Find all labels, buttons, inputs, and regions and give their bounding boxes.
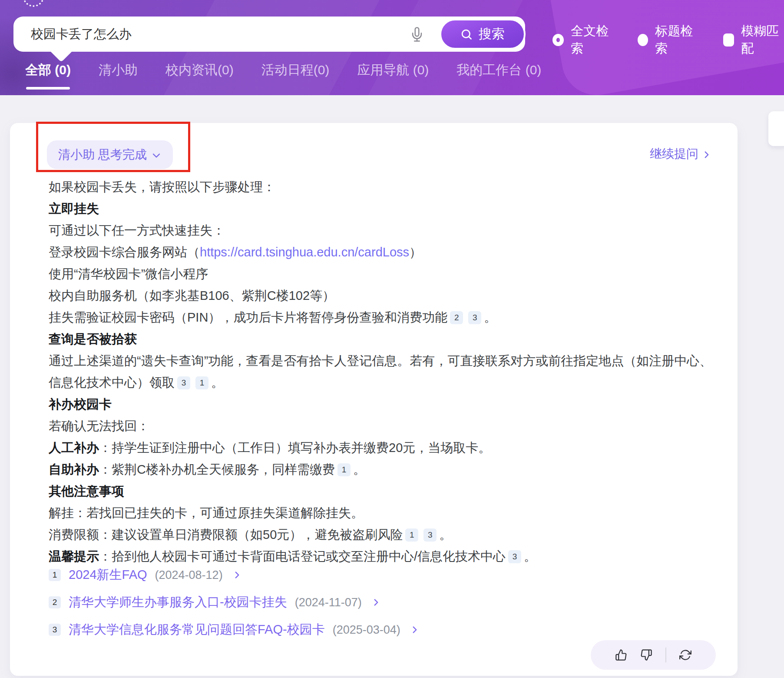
text-segment: 解挂：若找回已挂失的卡，可通过原挂失渠道解除挂失。: [49, 506, 364, 520]
feedback-divider: [665, 648, 666, 662]
answer-card: 清小助 思考完成 继续提问 如果校园卡丢失，请按照以下步骤处理：立即挂失可通过以…: [10, 123, 738, 676]
citation-badge[interactable]: 1: [195, 376, 208, 389]
bold-text: 补办校园卡: [49, 397, 112, 411]
citation-badge[interactable]: 3: [177, 376, 190, 389]
tab-6[interactable]: 我的工作台 (0): [457, 61, 541, 90]
citation-badge[interactable]: 2: [450, 311, 463, 324]
search-option-label: 模糊匹配: [741, 23, 784, 57]
answer-paragraph: 挂失需验证校园卡密码（PIN），成功后卡片将暂停身份查验和消费功能23。: [49, 306, 713, 328]
thumbs-up-icon[interactable]: [615, 649, 627, 661]
thumbs-down-icon[interactable]: [640, 649, 652, 661]
text-segment: ：拾到他人校园卡可通过卡背面电话登记或交至注册中心/信息化技术中心: [99, 549, 506, 563]
tab-label: 我的工作台 (0): [457, 63, 541, 77]
text-segment: 通过上述渠道的“遗失卡查询”功能，查看是否有拾卡人登记信息。若有，可直接联系对方…: [49, 354, 712, 389]
text-segment: 可通过以下任一方式快速挂失：: [49, 223, 225, 237]
answer-paragraph: 若确认无法找回：: [49, 415, 713, 437]
citation-badge[interactable]: 3: [508, 550, 521, 563]
source-row[interactable]: 3清华大学信息化服务常见问题回答FAQ-校园卡(2025-03-04): [49, 622, 420, 638]
text-segment: 。: [524, 549, 536, 563]
source-number-badge: 1: [49, 569, 61, 581]
chevron-down-icon: [151, 150, 162, 161]
tab-1[interactable]: 全部 (0): [25, 61, 71, 90]
text-segment: 若确认无法找回：: [49, 419, 149, 433]
tab-label: 全部 (0): [25, 63, 71, 77]
search-options: 全文检索标题检索模糊匹配: [552, 23, 784, 57]
search-button-label: 搜索: [479, 25, 505, 43]
continue-question-label: 继续提问: [650, 146, 698, 162]
source-list: 12024新生FAQ(2024-08-12)2清华大学师生办事服务入口-校园卡挂…: [49, 567, 420, 638]
text-segment: 。: [353, 462, 366, 476]
tabs: 全部 (0)清小助校内资讯(0)活动日程(0)应用导航 (0)我的工作台 (0): [25, 61, 541, 90]
citation-badge[interactable]: 3: [468, 311, 481, 324]
refresh-icon[interactable]: [679, 649, 691, 661]
chevron-right-icon: [232, 570, 242, 580]
source-number-badge: 2: [49, 596, 61, 608]
answer-paragraph: 解挂：若找回已挂失的卡，可通过原挂失渠道解除挂失。: [49, 502, 713, 524]
citation-badge[interactable]: 1: [405, 528, 418, 542]
source-link[interactable]: 清华大学师生办事服务入口-校园卡挂失: [69, 594, 287, 611]
source-date: (2024-08-12): [155, 568, 223, 582]
assistant-status-label: 清小助 思考完成: [58, 146, 147, 163]
tab-label: 清小助: [99, 63, 138, 77]
text-segment: 登录校园卡综合服务网站（: [49, 245, 200, 259]
text-segment: ：紫荆C楼补办机全天候服务，同样需缴费: [99, 462, 335, 476]
source-link[interactable]: 2024新生FAQ: [69, 566, 147, 584]
source-date: (2025-03-04): [333, 623, 400, 637]
source-row[interactable]: 2清华大学师生办事服务入口-校园卡挂失(2024-11-07): [49, 595, 420, 610]
text-segment: 。: [484, 310, 496, 324]
source-link[interactable]: 清华大学信息化服务常见问题回答FAQ-校园卡: [69, 621, 325, 638]
bold-text: 立即挂失: [49, 202, 99, 216]
search-option-label: 标题检索: [655, 23, 698, 57]
text-segment: 。: [211, 376, 224, 389]
tab-label: 应用导航 (0): [357, 63, 429, 77]
search-input[interactable]: [13, 17, 422, 52]
chevron-right-icon: [410, 625, 420, 635]
text-segment: 。: [439, 528, 452, 542]
answer-paragraph: 立即挂失: [49, 198, 713, 219]
radio-icon[interactable]: [638, 34, 648, 46]
answer-paragraph: 温馨提示：拾到他人校园卡可通过卡背面电话登记或交至注册中心/信息化技术中心3。: [49, 545, 713, 567]
answer-body: 如果校园卡丢失，请按照以下步骤处理：立即挂失可通过以下任一方式快速挂失：登录校园…: [49, 176, 713, 567]
source-date: (2024-11-07): [295, 596, 362, 609]
search-button[interactable]: 搜索: [440, 19, 526, 50]
text-segment: 挂失需验证校园卡密码（PIN），成功后卡片将暂停身份查验和消费功能: [49, 310, 447, 324]
answer-paragraph: 可通过以下任一方式快速挂失：: [49, 219, 713, 241]
checkbox-icon[interactable]: [723, 33, 734, 47]
answer-paragraph: 通过上述渠道的“遗失卡查询”功能，查看是否有拾卡人登记信息。若有，可直接联系对方…: [49, 350, 713, 393]
microphone-icon[interactable]: [410, 27, 424, 42]
answer-paragraph: 自助补办：紫荆C楼补办机全天候服务，同样需缴费1。: [49, 459, 713, 480]
tab-4[interactable]: 活动日程(0): [261, 61, 330, 90]
text-segment: 消费限额：建议设置单日消费限额（如50元），避免被盗刷风险: [49, 528, 403, 542]
search-option-2[interactable]: 标题检索: [638, 23, 698, 57]
continue-question-link[interactable]: 继续提问: [650, 146, 711, 162]
bold-text: 其他注意事项: [49, 484, 124, 498]
search-option-1[interactable]: 全文检索: [552, 23, 612, 57]
bold-text: 温馨提示: [49, 549, 99, 563]
page: 搜索 全文检索标题检索模糊匹配 全部 (0)清小助校内资讯(0)活动日程(0)应…: [0, 0, 784, 678]
bold-text: 查询是否被拾获: [49, 332, 137, 346]
search-bar: 搜索: [13, 17, 525, 52]
tab-3[interactable]: 校内资讯(0): [165, 61, 234, 90]
search-option-label: 全文检索: [571, 23, 612, 57]
radio-icon[interactable]: [552, 34, 564, 46]
floating-widget-edge[interactable]: [768, 111, 784, 146]
citation-badge[interactable]: 1: [337, 463, 351, 476]
tab-5[interactable]: 应用导航 (0): [357, 61, 429, 90]
answer-paragraph: 人工补办：持学生证到注册中心（工作日）填写补办表并缴费20元，当场取卡。: [49, 437, 713, 459]
bold-text: 人工补办: [49, 441, 99, 455]
search-option-3[interactable]: 模糊匹配: [723, 23, 784, 57]
tab-2[interactable]: 清小助: [99, 61, 138, 90]
source-row[interactable]: 12024新生FAQ(2024-08-12): [49, 567, 420, 583]
citation-badge[interactable]: 3: [423, 528, 437, 542]
text-segment: 使用“清华校园卡”微信小程序: [49, 267, 208, 281]
answer-paragraph: 使用“清华校园卡”微信小程序: [49, 263, 713, 285]
chevron-right-icon: [702, 150, 711, 160]
inline-link[interactable]: https://card.tsinghua.edu.cn/cardLoss: [200, 245, 409, 259]
text-segment: 校内自助服务机（如李兆基B106、紫荆C楼102等）: [49, 289, 335, 302]
answer-paragraph: 查询是否被拾获: [49, 328, 713, 350]
text-segment: ）: [409, 245, 422, 259]
answer-paragraph: 登录校园卡综合服务网站（https://card.tsinghua.edu.cn…: [49, 241, 713, 263]
assistant-status-chip[interactable]: 清小助 思考完成: [47, 140, 173, 169]
answer-paragraph: 补办校园卡: [49, 393, 713, 415]
bold-text: 自助补办: [49, 462, 99, 476]
